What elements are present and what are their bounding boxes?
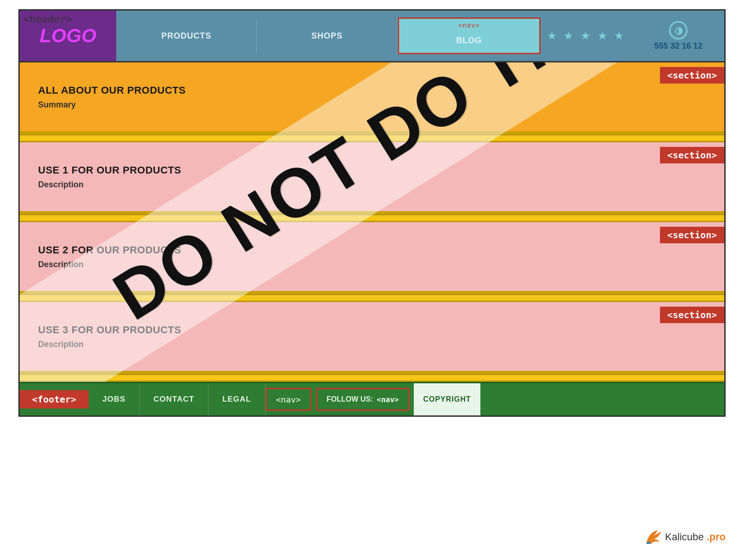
page-wrapper: <header> LOGO PRODUCTS SHOPS <nav> BLOG … bbox=[18, 9, 726, 417]
section-1-tag: <section> bbox=[660, 67, 724, 84]
nav-tag-label: <nav> bbox=[458, 22, 480, 29]
section-1-subtitle: Summary bbox=[38, 100, 697, 110]
footer-nav-tag: <nav> bbox=[265, 388, 311, 411]
footer-copyright: COPYRIGHT bbox=[414, 383, 480, 415]
section-4: <section> USE 3 FOR OUR PRODUCTS Descrip… bbox=[20, 302, 724, 374]
main-content: DO NOT DO THIS <section> ALL ABOUT OUR P… bbox=[20, 62, 724, 382]
divider-2 bbox=[20, 214, 724, 222]
footer-nav: JOBS CONTACT LEGAL <nav> FOLLOW US: <nav… bbox=[89, 383, 724, 415]
footer-follow-nav-tag: <nav> bbox=[377, 395, 399, 404]
divider-4 bbox=[20, 374, 724, 382]
nav-blog-label: BLOG bbox=[456, 36, 482, 45]
header: <header> LOGO PRODUCTS SHOPS <nav> BLOG … bbox=[20, 11, 724, 62]
section-3-tag: <section> bbox=[660, 227, 724, 243]
kalicube-name: Kalicube bbox=[665, 531, 704, 543]
divider-1 bbox=[20, 134, 724, 142]
kalicube-bird-icon bbox=[644, 528, 662, 546]
phone-number: 555 32 16 12 bbox=[654, 41, 702, 51]
section-4-subtitle: Description bbox=[38, 340, 697, 349]
footer-item-jobs[interactable]: JOBS bbox=[89, 383, 140, 415]
nav-item-products[interactable]: PRODUCTS bbox=[116, 17, 257, 54]
footer-item-legal[interactable]: LEGAL bbox=[209, 383, 265, 415]
header-tag-label: <header> bbox=[23, 13, 72, 25]
section-3-content: <section> USE 2 FOR OUR PRODUCTS Descrip… bbox=[20, 222, 724, 291]
section-4-title: USE 3 FOR OUR PRODUCTS bbox=[38, 324, 697, 336]
kalicube-logo: Kalicube.pro bbox=[644, 528, 726, 546]
section-2-subtitle: Description bbox=[38, 180, 697, 190]
nav-area: PRODUCTS SHOPS <nav> BLOG bbox=[116, 11, 541, 61]
stars-display: ★ ★ ★ ★ ★ bbox=[547, 29, 626, 42]
section-2-title: USE 1 FOR OUR PRODUCTS bbox=[38, 164, 697, 176]
section-3-subtitle: Description bbox=[38, 260, 697, 269]
footer-follow-section: FOLLOW US: <nav> bbox=[316, 388, 409, 411]
nav-shops-label: SHOPS bbox=[311, 31, 343, 41]
footer: <footer> JOBS CONTACT LEGAL <nav> FOLLOW… bbox=[20, 382, 724, 415]
footer-follow-label: FOLLOW US: bbox=[327, 395, 373, 403]
section-2: <section> USE 1 FOR OUR PRODUCTS Descrip… bbox=[20, 142, 724, 214]
divider-3 bbox=[20, 294, 724, 302]
section-4-tag: <section> bbox=[660, 307, 724, 323]
logo-text: LOGO bbox=[39, 25, 96, 47]
phone-icon: ◑ bbox=[669, 21, 688, 39]
nav-item-shops[interactable]: SHOPS bbox=[257, 17, 397, 54]
footer-tag-label: <footer> bbox=[20, 390, 89, 409]
section-2-content: <section> USE 1 FOR OUR PRODUCTS Descrip… bbox=[20, 142, 724, 211]
section-3-title: USE 2 FOR OUR PRODUCTS bbox=[38, 244, 697, 256]
section-3: <section> USE 2 FOR OUR PRODUCTS Descrip… bbox=[20, 222, 724, 294]
section-1-content: <section> ALL ABOUT OUR PRODUCTS Summary bbox=[20, 62, 724, 131]
section-4-content: <section> USE 3 FOR OUR PRODUCTS Descrip… bbox=[20, 302, 724, 371]
nav-products-label: PRODUCTS bbox=[161, 31, 211, 41]
footer-item-contact[interactable]: CONTACT bbox=[140, 383, 209, 415]
section-2-tag: <section> bbox=[660, 147, 724, 163]
section-1-title: ALL ABOUT OUR PRODUCTS bbox=[38, 84, 697, 96]
phone-box: ◑ 555 32 16 12 bbox=[632, 11, 724, 61]
nav-item-blog[interactable]: <nav> BLOG bbox=[398, 17, 541, 54]
section-1: <section> ALL ABOUT OUR PRODUCTS Summary bbox=[20, 62, 724, 134]
stars-box: ★ ★ ★ ★ ★ bbox=[541, 11, 632, 61]
kalicube-suffix: .pro bbox=[706, 531, 726, 543]
